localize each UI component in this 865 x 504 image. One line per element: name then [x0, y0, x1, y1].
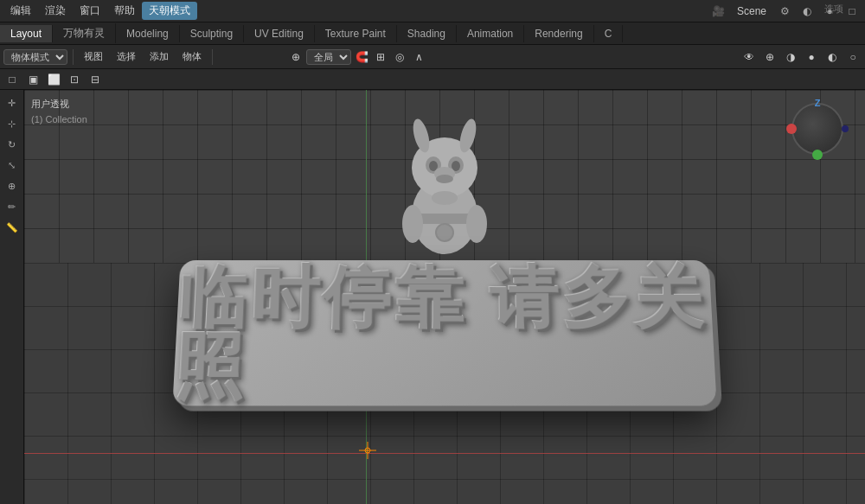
- mode-icon-4[interactable]: ⊡: [66, 71, 83, 88]
- svg-point-14: [402, 205, 423, 243]
- square-icon[interactable]: □: [843, 2, 862, 21]
- nav-gizmo[interactable]: Z: [787, 99, 856, 168]
- svg-point-13: [436, 224, 453, 241]
- tab-modeling[interactable]: Modeling: [116, 25, 180, 42]
- origin-crosshair: [359, 442, 376, 459]
- mode-icon-5[interactable]: ⊟: [86, 71, 104, 88]
- proportional-icon[interactable]: ◎: [391, 48, 408, 66]
- gizmo-sphere[interactable]: Z: [787, 103, 848, 163]
- annotate-tool[interactable]: ✏: [3, 197, 22, 216]
- cursor-tool[interactable]: ✛: [3, 93, 22, 112]
- tab-rendering[interactable]: Rendering: [524, 25, 593, 42]
- viewport-info: 用户透视 (1) Collection: [31, 97, 87, 127]
- sign-plate: 临时停靠 请多关照: [172, 260, 716, 405]
- workspace-tabs: Layout 万物有灵 Modeling Sculpting UV Editin…: [0, 22, 865, 45]
- rotate-tool[interactable]: ↻: [3, 135, 22, 154]
- svg-point-10: [436, 175, 453, 183]
- gizmo-circle[interactable]: Z: [791, 103, 843, 155]
- select-options-label: 选项: [824, 3, 843, 16]
- svg-point-15: [466, 205, 487, 243]
- toolbar: 物体模式 视图 选择 添加 物体 ⊕ 全局 🧲 ⊞ ◎ ∧ 👁 ⊕ ◑ ● ◐ …: [0, 45, 865, 69]
- mode-bar: □ ▣ ⬜ ⊡ ⊟: [0, 69, 865, 90]
- menu-edit[interactable]: 编辑: [3, 2, 38, 20]
- mode-icon-3[interactable]: ⬜: [45, 71, 62, 88]
- menu-window[interactable]: 窗口: [73, 2, 107, 20]
- menu-tianchao[interactable]: 天朝模式: [142, 2, 197, 20]
- tab-uv-editing[interactable]: UV Editing: [244, 25, 315, 42]
- gizmo-x-dot[interactable]: [786, 124, 797, 134]
- scene-name: Scene: [732, 3, 772, 19]
- menu-help[interactable]: 帮助: [107, 2, 142, 20]
- menu-bar: 编辑 渲染 窗口 帮助 天朝模式 🎥 Scene ⚙ ◐ ● □: [0, 0, 865, 22]
- tab-animation[interactable]: Animation: [457, 25, 524, 42]
- viewport-shading-4[interactable]: ○: [844, 48, 862, 66]
- toolbar-separator-2: [212, 49, 213, 65]
- camera-icon[interactable]: 🎥: [709, 2, 728, 21]
- snap-icon[interactable]: 🧲: [353, 48, 370, 66]
- tab-c[interactable]: C: [594, 25, 624, 42]
- sign-text: 临时停靠 请多关照: [173, 264, 717, 400]
- move-tool[interactable]: ⊹: [3, 114, 22, 133]
- mode-selector[interactable]: 物体模式: [3, 49, 67, 65]
- character-svg: [388, 112, 501, 258]
- pivot-icon[interactable]: ⊕: [287, 48, 304, 66]
- grid-icon[interactable]: ⊞: [372, 48, 389, 66]
- sign-container: 临时停靠 请多关照: [176, 258, 713, 405]
- settings-icon[interactable]: ⚙: [775, 2, 794, 21]
- global-selector[interactable]: 全局: [306, 49, 351, 65]
- gizmo-neg-x-dot[interactable]: [842, 125, 849, 132]
- svg-point-11: [432, 191, 458, 205]
- left-toolbar: ✛ ⊹ ↻ ⤡ ⊕ ✏ 📏: [0, 90, 24, 504]
- character-figure: [388, 112, 501, 261]
- tab-shading[interactable]: Shading: [397, 25, 457, 42]
- viewport-shading-3[interactable]: ◐: [823, 48, 841, 66]
- gizmo-z-label: Z: [815, 98, 821, 108]
- mode-icon-1[interactable]: □: [3, 71, 21, 88]
- menu-render[interactable]: 渲染: [38, 2, 73, 20]
- main-area: ✛ ⊹ ↻ ⤡ ⊕ ✏ 📏: [0, 90, 865, 504]
- gizmo-icon[interactable]: ⊕: [761, 48, 778, 66]
- view-type-label: 用户透视: [31, 97, 87, 112]
- toolbar-object[interactable]: 物体: [177, 48, 207, 65]
- transform-tool[interactable]: ⊕: [3, 176, 22, 195]
- scale-tool[interactable]: ⤡: [3, 156, 22, 175]
- measure-tool[interactable]: 📏: [3, 218, 22, 237]
- shading-icon[interactable]: ◐: [798, 2, 817, 21]
- viewport-shading-2[interactable]: ●: [803, 48, 820, 66]
- scene-content: 临时停靠 请多关照: [24, 90, 865, 504]
- tab-layout[interactable]: Layout: [0, 25, 53, 42]
- tab-texture-paint[interactable]: Texture Paint: [315, 25, 397, 42]
- tab-sculpting[interactable]: Sculpting: [180, 25, 244, 42]
- viewport-shading-1[interactable]: ◑: [782, 48, 799, 66]
- toolbar-separator-1: [73, 49, 74, 65]
- toolbar-select[interactable]: 选择: [112, 48, 141, 65]
- gizmo-y-dot[interactable]: [812, 150, 823, 160]
- falloff-icon[interactable]: ∧: [410, 48, 427, 66]
- tab-wanwuyouling[interactable]: 万物有灵: [53, 23, 116, 43]
- viewport-3d[interactable]: 临时停靠 请多关照 用户透视 (1) Collection Z: [24, 90, 865, 504]
- collection-label: (1) Collection: [31, 112, 87, 128]
- mode-icon-2[interactable]: ▣: [24, 71, 42, 88]
- toolbar-add[interactable]: 添加: [144, 48, 174, 65]
- toolbar-view[interactable]: 视图: [79, 48, 108, 65]
- overlay-icon[interactable]: 👁: [740, 48, 758, 66]
